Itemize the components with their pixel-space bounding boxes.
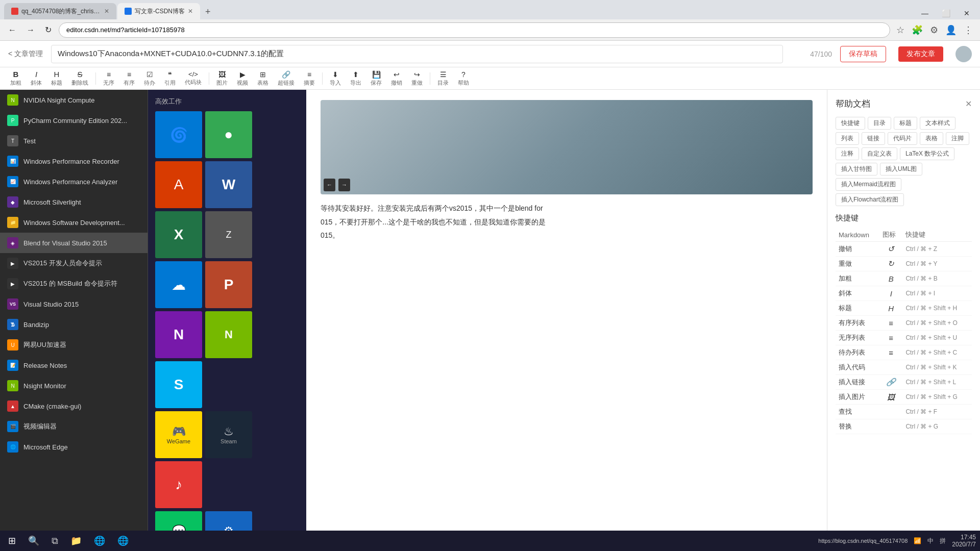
help-tab-shortcuts[interactable]: 快捷键 <box>836 117 865 130</box>
ordered-list-button[interactable]: ≡有序 <box>119 68 139 89</box>
tab-1-close[interactable]: ✕ <box>104 8 109 15</box>
article-title-input[interactable] <box>51 45 783 63</box>
tile-onedrive[interactable]: ☁ <box>155 261 202 308</box>
tile-steam[interactable]: ♨ Steam <box>205 411 252 458</box>
link-button[interactable]: 🔗超链接 <box>274 68 299 89</box>
sidebar-item-release-notes[interactable]: 📝 Release Notes <box>0 355 148 375</box>
help-tab-flowchart[interactable]: 插入Flowchart流程图 <box>836 193 904 206</box>
tab-2-close[interactable]: ✕ <box>188 8 193 15</box>
tile-wegame[interactable]: 🎮 WeGame <box>155 411 202 458</box>
help-button[interactable]: ?帮助 <box>454 68 473 89</box>
taskbar-chrome[interactable]: 🌐 <box>113 533 133 548</box>
new-tab-button[interactable]: + <box>201 5 215 19</box>
start-button[interactable]: ⊞ <box>4 533 20 548</box>
minimize-button[interactable]: — <box>915 7 935 19</box>
sidebar-item-nsight-monitor[interactable]: N Nsight Monitor <box>0 375 148 396</box>
save-draft-button[interactable]: 保存草稿 <box>840 46 886 62</box>
sidebar-item-bandizip[interactable]: 🗜 Bandizip <box>0 314 148 335</box>
italic-button[interactable]: I斜体 <box>27 68 46 89</box>
menu-icon[interactable]: ⋮ <box>962 23 975 37</box>
bookmark-icon[interactable]: ☆ <box>894 23 906 37</box>
help-tab-annotation[interactable]: 注释 <box>836 147 859 160</box>
help-tab-latex[interactable]: LaTeX 数学公式 <box>900 147 954 160</box>
help-tab-table[interactable]: 表格 <box>920 132 943 145</box>
publish-button[interactable]: 发布文章 <box>898 46 943 62</box>
sidebar-item-pycharm[interactable]: P PyCharm Community Edition 202... <box>0 110 148 131</box>
todo-list-button[interactable]: ☑待办 <box>140 68 159 89</box>
sidebar-item-ms-edge[interactable]: 🌐 Microsoft Edge <box>0 437 148 457</box>
tile-excel[interactable]: X <box>155 211 202 258</box>
sidebar-item-win-perf-recorder[interactable]: 📊 Windows Performance Recorder <box>0 151 148 171</box>
close-button[interactable]: ✕ <box>958 7 976 19</box>
tile-onenote[interactable]: N <box>155 311 202 358</box>
undo-button[interactable]: ↩撤销 <box>387 68 406 89</box>
sidebar-item-cmake[interactable]: ▲ CMake (cmake-gui) <box>0 396 148 416</box>
help-tab-link[interactable]: 链接 <box>862 132 885 145</box>
settings-icon[interactable]: ⚙ <box>928 23 940 37</box>
help-tab-toc[interactable]: 目录 <box>868 117 891 130</box>
tile-ms-office[interactable]: A <box>155 161 202 208</box>
maximize-button[interactable]: ⬜ <box>936 7 957 19</box>
taskbar-search[interactable]: 🔍 <box>24 533 43 548</box>
tile-edge[interactable]: 🌀 <box>155 111 202 158</box>
sidebar-item-win-perf-analyzer[interactable]: 📈 Windows Performance Analyzer <box>0 171 148 192</box>
sidebar-item-ms-silverlight[interactable]: ◆ Microsoft Silverlight <box>0 192 148 212</box>
help-tab-text-style[interactable]: 文本样式 <box>920 117 955 130</box>
excerpt-button[interactable]: ≡摘要 <box>300 68 319 89</box>
code-block-button[interactable]: </>代码块 <box>181 68 206 88</box>
taskbar-file-explorer[interactable]: 📁 <box>66 533 86 548</box>
tile-skype[interactable]: S <box>155 361 202 408</box>
tile-chrome[interactable]: ● <box>205 111 252 158</box>
sidebar-item-nvidia-nsight[interactable]: N NVIDIA Nsight Compute <box>0 90 148 110</box>
tile-powerpoint[interactable]: P <box>205 261 252 308</box>
sidebar-item-vs2015-msbuild[interactable]: ▶ VS2015 的 MSBuild 命令提示符 <box>0 273 148 294</box>
unordered-list-button[interactable]: ≡无序 <box>99 68 118 89</box>
back-to-article-manager[interactable]: < 文章管理 <box>8 49 43 59</box>
help-tab-heading[interactable]: 标题 <box>894 117 917 130</box>
heading-button[interactable]: H标题 <box>47 68 66 89</box>
bold-button[interactable]: B加粗 <box>6 68 26 89</box>
video-button[interactable]: ▶视频 <box>233 68 252 89</box>
import-button[interactable]: ⬇导入 <box>326 68 345 89</box>
help-tab-uml[interactable]: 插入UML图 <box>880 163 922 176</box>
help-tab-footnote[interactable]: 注脚 <box>946 132 969 145</box>
sidebar-item-vs2015-cmd[interactable]: ▶ VS2015 开发人员命令提示 <box>0 253 148 273</box>
help-tab-list[interactable]: 列表 <box>836 132 859 145</box>
toc-button[interactable]: ☰目录 <box>433 68 453 89</box>
sidebar-item-visual-studio-2015[interactable]: VS Visual Studio 2015 <box>0 294 148 314</box>
taskbar-edge[interactable]: 🌐 <box>90 533 109 548</box>
help-tab-custom-table[interactable]: 自定义表 <box>862 147 897 160</box>
forward-button[interactable]: → <box>23 23 38 37</box>
right-panel-close[interactable]: ✕ <box>965 99 972 109</box>
tab-2-icon <box>125 8 132 15</box>
strikethrough-button[interactable]: S删除线 <box>67 68 92 89</box>
tile-netease-music[interactable]: ♪ <box>155 461 202 508</box>
sidebar-item-win-software-dev[interactable]: 📁 Windows Software Development... <box>0 212 148 233</box>
image-button[interactable]: 🖼图片 <box>212 68 232 89</box>
export-button[interactable]: ⬆导出 <box>346 68 365 89</box>
tile-nvidia[interactable]: N <box>205 311 252 358</box>
account-icon[interactable]: 👤 <box>943 23 959 37</box>
help-tab-gantt[interactable]: 插入甘特图 <box>836 163 877 176</box>
tab-2[interactable]: 写文章-CSDN博客 ✕ <box>117 3 200 19</box>
help-tab-mermaid[interactable]: 插入Mermaid流程图 <box>836 178 901 191</box>
sidebar-item-blend-vs2015[interactable]: ◈ Blend for Visual Studio 2015 <box>0 233 148 253</box>
back-button[interactable]: ← <box>5 23 19 37</box>
article-editor-area[interactable]: ← → 等待其安装好好。注意安装完成后有两个vs2015，其中一个是blend … <box>306 90 827 537</box>
extensions-icon[interactable]: 🧩 <box>910 23 925 37</box>
user-avatar[interactable] <box>955 46 972 62</box>
reload-button[interactable]: ↻ <box>42 23 55 37</box>
address-input[interactable] <box>59 22 890 38</box>
taskbar-task-view[interactable]: ⧉ <box>47 534 62 548</box>
quote-button[interactable]: ❝引用 <box>160 68 180 89</box>
help-tab-code[interactable]: 代码片 <box>888 132 917 145</box>
tile-word[interactable]: W <box>205 161 252 208</box>
redo-button[interactable]: ↪重做 <box>407 68 427 89</box>
sidebar-item-video-editor[interactable]: 🎬 视频编辑器 <box>0 416 148 437</box>
tile-zeal[interactable]: Z <box>205 211 252 258</box>
sidebar-item-netease-uu[interactable]: U 网易UU加速器 <box>0 335 148 355</box>
save-button[interactable]: 💾保存 <box>366 68 386 89</box>
sidebar-item-test[interactable]: T Test <box>0 131 148 151</box>
tab-1[interactable]: qq_40574708的博客_christina... ✕ <box>4 3 116 19</box>
table-button[interactable]: ⊞表格 <box>253 68 273 89</box>
